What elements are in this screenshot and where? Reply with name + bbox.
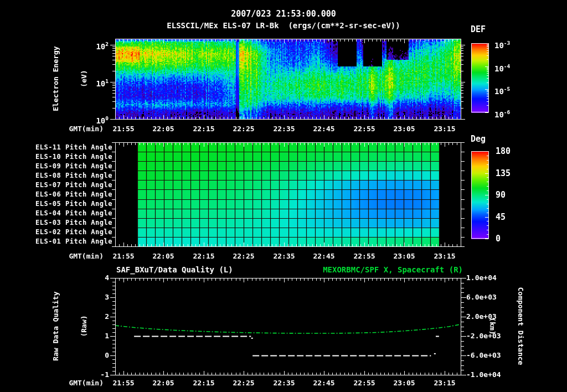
time-tick-label: 23:05	[388, 125, 421, 133]
spectrogram-y-axis-label-line1: Electron Energy	[51, 23, 60, 134]
time-tick-label: 23:15	[428, 252, 461, 261]
spectrogram-y-axis-label: Electron Energy (eV)	[32, 23, 51, 134]
time-tick-label: 22:15	[187, 379, 220, 388]
energy-tick-label: 102	[81, 39, 109, 51]
distance-tick-label: 1.0e+04	[466, 274, 508, 282]
time-tick-label: 22:55	[348, 252, 381, 261]
deg-colorbar-title: Deg	[471, 134, 486, 144]
pitch-row-label: ELS-02 Pitch Angle	[2, 228, 112, 236]
quality-y-axis-label-left: Raw Data Quality (Raw)	[32, 271, 51, 381]
page-title: 2007/023 21:53:00.000	[0, 9, 567, 19]
distance-tick-label: 2.0e+03	[466, 312, 508, 321]
time-tick-label: 22:05	[147, 379, 180, 388]
pitch-row-label: ELS-03 Pitch Angle	[2, 219, 112, 227]
quality-tick-label: 4	[87, 274, 109, 282]
quality-tick-label: 2	[87, 312, 109, 321]
time-tick-label: 23:15	[428, 379, 461, 388]
quality-title-right: MEXORBMC/SPF X, Spacecraft (R)	[249, 265, 463, 275]
pitch-row-label: ELS-04 Pitch Angle	[2, 209, 112, 218]
distance-tick-label: 6.0e+03	[466, 293, 508, 302]
quality-title-left: SAF_BXuT/Data Quality (L)	[116, 265, 233, 275]
time-tick-label: 22:25	[227, 379, 260, 388]
def-tick-label: 10-5	[494, 84, 533, 96]
quality-y-axis-label-right: Component Distance (km)	[525, 271, 544, 381]
quality-tick-label: 1	[87, 332, 109, 341]
time-tick-label: 22:45	[307, 379, 341, 388]
deg-tick-label: 180	[496, 146, 523, 156]
pitch-row-label: ELS-05 Pitch Angle	[2, 200, 112, 208]
time-tick-label: 22:25	[227, 252, 260, 261]
time-tick-label: 22:05	[147, 125, 180, 133]
time-tick-label: 21:55	[107, 379, 140, 388]
time-tick-label: 21:55	[107, 252, 140, 261]
time-tick-label: 22:15	[187, 252, 220, 261]
gmt-axis-label: GMT(min)	[47, 252, 104, 261]
deg-tick-label: 45	[496, 212, 523, 222]
quality-y-axis-left-line1: Raw Data Quality	[51, 271, 60, 381]
pitch-row-label: ELS-11 Pitch Angle	[2, 143, 112, 152]
quality-y-axis-left-line2: (Raw)	[79, 271, 89, 381]
time-tick-label: 22:15	[187, 125, 220, 133]
distance-tick-label: -6.0e+03	[466, 351, 508, 360]
time-tick-label: 22:55	[348, 125, 381, 133]
time-tick-label: 23:15	[428, 125, 461, 133]
quality-tick-label: 3	[87, 293, 109, 302]
def-tick-label: 10-4	[494, 61, 533, 74]
time-tick-label: 22:55	[348, 379, 381, 388]
time-tick-label: 23:05	[388, 379, 421, 388]
time-tick-label: 22:05	[147, 252, 180, 261]
pitch-row-label: ELS-09 Pitch Angle	[2, 162, 112, 171]
energy-tick-label: 101	[81, 76, 109, 89]
quality-tick-label: 0	[87, 351, 109, 360]
gmt-axis-label: GMT(min)	[47, 379, 104, 388]
pitch-row-label: ELS-08 Pitch Angle	[2, 172, 112, 180]
def-tick-label: 10-3	[494, 38, 533, 50]
deg-tick-label: 135	[496, 168, 523, 178]
energy-tick-label: 100	[81, 114, 109, 126]
def-colorbar-title: DEF	[471, 24, 486, 34]
pitch-row-label: ELS-10 Pitch Angle	[2, 153, 112, 161]
quality-y-axis-right-line1: Component Distance	[516, 271, 525, 381]
pitch-row-label: ELS-07 Pitch Angle	[2, 181, 112, 189]
gmt-axis-label: GMT(min)	[47, 125, 104, 133]
deg-tick-label: 90	[496, 190, 523, 200]
time-tick-label: 22:45	[307, 252, 341, 261]
pitch-row-label: ELS-06 Pitch Angle	[2, 190, 112, 199]
distance-tick-label: -2.0e+03	[466, 332, 508, 341]
quality-tick-label: -1	[87, 370, 109, 379]
pitch-row-label: ELS-01 Pitch Angle	[2, 238, 112, 246]
time-tick-label: 22:45	[307, 125, 341, 133]
quality-y-axis-right-line2: (km)	[488, 271, 497, 381]
time-tick-label: 23:05	[388, 252, 421, 261]
time-tick-label: 22:25	[227, 125, 260, 133]
time-tick-label: 22:35	[267, 379, 301, 388]
def-tick-label: 10-6	[494, 107, 533, 120]
deg-tick-label: 0	[496, 234, 523, 244]
time-tick-label: 22:35	[267, 252, 301, 261]
distance-tick-label: -1.0e+04	[466, 370, 508, 379]
time-tick-label: 21:55	[107, 125, 140, 133]
time-tick-label: 22:35	[267, 125, 301, 133]
